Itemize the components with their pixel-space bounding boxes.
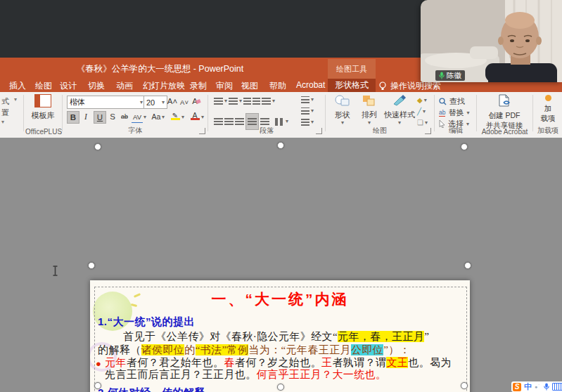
- section1-heading[interactable]: 1.“大一统”说的提出: [98, 315, 195, 329]
- pdf-file-icon: [497, 94, 512, 108]
- chevron-down-icon: ▾: [357, 120, 382, 126]
- ime-punctuation-icon[interactable]: ●˙: [535, 384, 541, 389]
- ribbon-tab[interactable]: 绘图: [35, 80, 52, 92]
- tab-shape-format[interactable]: 形状格式: [328, 79, 376, 92]
- chevron-down-icon: ▾: [311, 119, 314, 125]
- smartart-convert-icon[interactable]: [301, 119, 309, 126]
- participant-nametag: 陈徽: [435, 70, 465, 81]
- ribbon-tab[interactable]: Acrobat: [296, 80, 325, 90]
- addins-button[interactable]: 加 载项: [535, 94, 561, 124]
- change-case-button[interactable]: Aa: [151, 111, 162, 122]
- font-size-combo[interactable]: 20▾: [143, 96, 167, 109]
- shape-fill-icon[interactable]: ◆: [417, 96, 423, 104]
- font-color-button[interactable]: A: [189, 110, 200, 122]
- increase-indent-icon[interactable]: [253, 98, 260, 105]
- shrink-font-button[interactable]: A˅: [179, 96, 190, 107]
- group-separator: [325, 95, 326, 131]
- ribbon-tab[interactable]: 录制: [190, 80, 207, 92]
- shadow-button[interactable]: S: [107, 111, 118, 122]
- ribbon-tab[interactable]: 幻灯片放映: [143, 80, 185, 92]
- ribbon-tab[interactable]: 动画: [116, 80, 133, 92]
- align-center-icon[interactable]: [224, 118, 234, 125]
- underline-button[interactable]: U: [94, 111, 106, 124]
- replace-button[interactable]: ab 替换 ▾: [439, 107, 469, 118]
- arrange-button[interactable]: 排列 ▾: [357, 94, 382, 126]
- align-right-icon[interactable]: [235, 118, 244, 125]
- bullet-paragraph[interactable]: ●元年者何？君之始年也。春者何？岁之始也。王者孰谓？谓文王也。曷为先言王而后言正…: [96, 357, 470, 381]
- clear-format-button[interactable]: A: [191, 96, 202, 107]
- group-separator: [476, 95, 477, 131]
- template-library-button[interactable]: 模板库: [27, 94, 58, 121]
- mic-icon: [439, 72, 445, 79]
- selection-handle[interactable]: [461, 382, 468, 389]
- drawing-dialog-launcher[interactable]: [425, 128, 431, 134]
- selection-handle[interactable]: [94, 382, 101, 389]
- chevron-down-icon: ▾: [140, 100, 143, 105]
- ribbon-tab[interactable]: 审阅: [216, 80, 233, 92]
- numbered-list-icon[interactable]: [229, 98, 238, 105]
- ime-toolbar[interactable]: S 中 ●˙: [511, 381, 562, 392]
- shapes-icon: [333, 94, 352, 107]
- ribbon-tab[interactable]: 设计: [60, 80, 77, 92]
- participant-name: 陈徽: [447, 71, 461, 81]
- shape-outline-icon[interactable]: ╱: [417, 107, 421, 115]
- paragraph-dialog-launcher[interactable]: [316, 128, 322, 134]
- acrobat-group: 创建 PDF 并共享链接 Adobe Acrobat: [478, 92, 532, 137]
- ime-keyboard-icon[interactable]: [552, 383, 562, 391]
- chevron-down-icon: ▾: [143, 115, 146, 120]
- font-dialog-launcher[interactable]: [199, 128, 205, 134]
- group-separator: [62, 95, 63, 131]
- officeplus-group: 模板库 OfficePLUS: [25, 92, 60, 137]
- paragraph[interactable]: 首见于《公羊传》对《春秋·隐公元年》经文“元年，春，王正月”的解释（诸侯即位的“…: [98, 330, 465, 357]
- ime-mode-chinese[interactable]: 中: [524, 381, 532, 392]
- highlight-color-button[interactable]: ✎: [170, 110, 181, 122]
- font-family-combo[interactable]: 楷体▾: [67, 96, 146, 109]
- ribbon-tab[interactable]: 切换: [88, 80, 105, 92]
- replace-icon: ab: [439, 109, 445, 117]
- selection-handle[interactable]: [277, 142, 284, 149]
- grow-font-button[interactable]: A˄: [167, 96, 178, 107]
- chevron-down-icon: ▾: [423, 109, 426, 115]
- text-direction-icon[interactable]: [301, 96, 309, 103]
- create-pdf-button[interactable]: 创建 PDF 并共享链接: [482, 94, 527, 131]
- ribbon-tab[interactable]: 插入: [9, 80, 26, 92]
- chevron-down-icon: ▾: [272, 98, 275, 104]
- selection-handle[interactable]: [277, 384, 284, 391]
- align-left-icon[interactable]: [214, 118, 223, 125]
- slide-title[interactable]: 一、“大一统”内涵: [90, 289, 470, 309]
- bullet-list-icon[interactable]: [214, 98, 223, 105]
- reset-button-cut[interactable]: 置: [1, 107, 9, 118]
- char-spacing-button[interactable]: AV: [132, 111, 143, 123]
- section2-heading[interactable]: 2.何休对经、传的解释: [98, 386, 205, 392]
- strikethrough-button[interactable]: ab: [119, 111, 130, 122]
- bold-button[interactable]: B: [67, 111, 79, 124]
- chevron-down-icon: ▾: [466, 110, 469, 116]
- line-spacing-icon[interactable]: [262, 98, 271, 105]
- ribbon-tab[interactable]: 视图: [241, 80, 258, 92]
- selection-handle[interactable]: [461, 143, 468, 150]
- shapes-button[interactable]: 形状 ▾: [330, 94, 355, 126]
- italic-button[interactable]: I: [80, 111, 91, 122]
- decrease-indent-icon[interactable]: [243, 98, 251, 105]
- slide[interactable]: 一、“大一统”内涵 1.“大一统”说的提出 首见于《公羊传》对《春秋·隐公元年》…: [90, 280, 470, 392]
- ibeam-cursor: [52, 266, 58, 276]
- columns-icon[interactable]: [275, 118, 284, 126]
- addin-dot-icon: [545, 95, 551, 101]
- ribbon-tab[interactable]: 帮助: [269, 80, 286, 92]
- selection-handle[interactable]: [464, 262, 471, 269]
- drawing-group: 形状 ▾ 排列 ▾ 快速样式 ▾ ◆▾ ╱▾ ❏▾: [327, 92, 433, 137]
- paragraph-group: ▾ ▾ ▾ ▾ ▾ ▾ ▾ 段落: [210, 92, 324, 137]
- bullet-icon: ●: [96, 358, 101, 370]
- selection-handle[interactable]: [94, 143, 101, 150]
- quick-styles-button[interactable]: 快速样式 ▾: [383, 94, 416, 126]
- ime-mic-icon[interactable]: [544, 383, 549, 391]
- distribute-icon[interactable]: [260, 118, 269, 125]
- group-label: 加载项: [534, 126, 562, 136]
- layout-button-cut[interactable]: 式: [1, 96, 9, 107]
- sogou-logo[interactable]: S: [513, 383, 521, 391]
- find-button[interactable]: 查找: [439, 96, 465, 107]
- selection-handle[interactable]: [88, 262, 95, 269]
- chevron-down-icon: ▾: [425, 120, 428, 126]
- chevron-down-icon: ▾: [239, 98, 242, 104]
- align-text-icon[interactable]: [301, 107, 309, 115]
